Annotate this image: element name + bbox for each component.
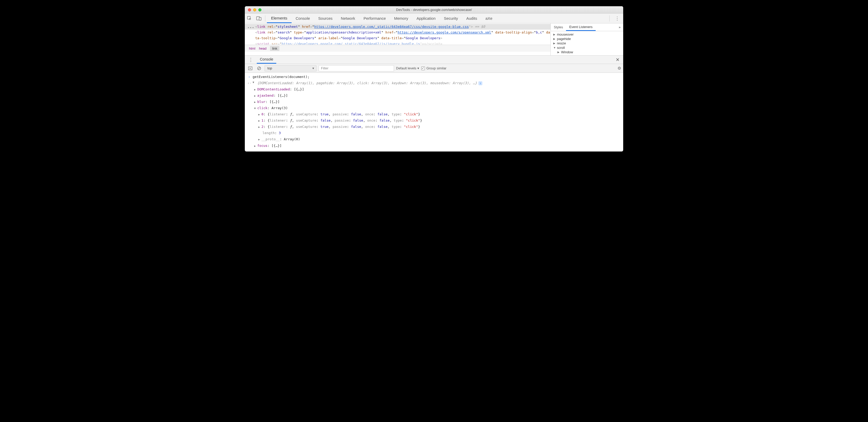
execution-context-select[interactable]: top xyxy=(265,65,316,71)
console-settings-icon[interactable]: ⚙ xyxy=(618,66,621,71)
tab-elements[interactable]: Elements xyxy=(267,13,291,23)
clear-console-icon[interactable] xyxy=(256,65,262,72)
event-scroll-window[interactable]: ▶Window xyxy=(551,50,623,54)
opensearch-url[interactable]: https://developers.google.com/s/opensear… xyxy=(398,30,491,34)
object-summary[interactable]: {DOMContentLoaded: Array(1), pagehide: A… xyxy=(257,80,482,86)
tab-axe[interactable]: aXe xyxy=(481,13,497,23)
tab-audits[interactable]: Audits xyxy=(462,13,481,23)
sidebar-tab-styles[interactable]: Styles xyxy=(551,23,566,31)
device-mode-icon[interactable] xyxy=(254,13,264,23)
console-input-text: getEventListeners(document); xyxy=(253,74,310,80)
sidebar-tab-event-listeners[interactable]: Event Listeners xyxy=(566,23,596,31)
console-input-line: › getEventListeners(document); xyxy=(247,74,621,80)
zoom-window-button[interactable] xyxy=(258,8,261,11)
titlebar: DevTools - developers.google.com/web/sho… xyxy=(245,6,623,13)
main-tabs-bar: Elements Console Sources Network Perform… xyxy=(245,13,623,23)
console-toolbar: top Filter Default levels ▾ Group simila… xyxy=(245,64,623,73)
click-length: length: 3 xyxy=(247,130,621,136)
dom-tree[interactable]: ••• <link rel="stylesheet" href="https:/… xyxy=(245,23,551,45)
show-console-sidebar-icon[interactable] xyxy=(247,65,254,72)
prop-click[interactable]: ▼click: Array(3) xyxy=(247,105,621,111)
inspect-element-icon[interactable] xyxy=(245,13,254,23)
stylesheet-url[interactable]: https://developers.google.com/_static/64… xyxy=(314,25,469,29)
crumb-head[interactable]: head xyxy=(259,46,267,51)
drawer-tab-console[interactable]: Console xyxy=(257,56,276,64)
event-pagehide[interactable]: ▶pagehide xyxy=(551,37,623,41)
click-proto[interactable]: ▶__proto__: Array(0) xyxy=(247,136,621,142)
dom-node-clipped[interactable]: <script src="https://developers.google.c… xyxy=(245,41,551,45)
breadcrumb: html head link xyxy=(245,45,551,52)
sidebar: Styles Event Listeners » ▶mouseover ▶pag… xyxy=(551,23,623,55)
minimize-window-button[interactable] xyxy=(253,8,256,11)
info-badge-icon[interactable]: i xyxy=(478,81,482,85)
crumb-link[interactable]: link xyxy=(270,46,279,51)
group-similar-toggle[interactable]: Group similar xyxy=(421,66,446,70)
elements-panel: ••• <link rel="stylesheet" href="https:/… xyxy=(245,23,623,56)
drawer-menu-icon[interactable]: ⋮ xyxy=(245,57,257,63)
main-menu-icon[interactable]: ⋮ xyxy=(611,15,623,21)
prompt-icon: › xyxy=(247,74,251,80)
event-mouseover[interactable]: ▶mouseover xyxy=(551,32,623,37)
prop-blur[interactable]: ▶blur: [{…}] xyxy=(247,99,621,105)
dom-node-selected[interactable]: <link rel="stylesheet" href="https://dev… xyxy=(245,24,551,30)
tab-security[interactable]: Security xyxy=(440,13,462,23)
console-body[interactable]: › getEventListeners(document); ‹· ▼ {DOM… xyxy=(245,73,623,152)
event-listener-list: ▶mouseover ▶pagehide ▶resize ▼scroll ▶Wi… xyxy=(551,31,623,55)
prop-domcontentloaded[interactable]: ▶DOMContentLoaded: [{…}] xyxy=(247,86,621,93)
window-traffic-lights xyxy=(245,8,261,11)
svg-rect-2 xyxy=(259,18,261,20)
event-resize[interactable]: ▶resize xyxy=(551,41,623,45)
tab-memory[interactable]: Memory xyxy=(390,13,412,23)
prop-ajaxsend[interactable]: ▶ajaxSend: [{…}] xyxy=(247,93,621,99)
dom-tree-column: ••• <link rel="stylesheet" href="https:/… xyxy=(245,23,551,55)
sidebar-more-icon[interactable]: » xyxy=(616,25,623,29)
crumb-html[interactable]: html xyxy=(249,46,255,51)
click-item-1[interactable]: ▶1: {listener: ƒ, useCapture: false, pas… xyxy=(247,118,621,124)
drawer-close-icon[interactable]: ✕ xyxy=(612,57,623,63)
prop-focus[interactable]: ▶focus: [{…}] xyxy=(247,143,621,149)
tab-application[interactable]: Application xyxy=(412,13,440,23)
click-item-0[interactable]: ▶0: {listener: ƒ, useCapture: true, pass… xyxy=(247,111,621,118)
collapsed-ellipsis-icon[interactable]: ••• xyxy=(247,25,254,31)
console-filter-input[interactable]: Filter xyxy=(319,65,394,71)
console-drawer-header: ⋮ Console ✕ xyxy=(245,56,623,64)
levels-label: Default levels ▾ xyxy=(396,66,419,70)
tab-console[interactable]: Console xyxy=(291,13,314,23)
dom-node[interactable]: <link rel="search" type="application/ope… xyxy=(245,30,551,41)
console-output-line: ‹· ▼ {DOMContentLoaded: Array(1), pagehi… xyxy=(247,80,621,86)
svg-line-5 xyxy=(258,67,260,69)
selected-node-marker: == $0 xyxy=(475,25,485,29)
event-scroll[interactable]: ▼scroll xyxy=(551,45,623,50)
filter-placeholder: Filter xyxy=(321,66,329,70)
close-window-button[interactable] xyxy=(248,8,251,11)
group-similar-label: Group similar xyxy=(427,66,446,70)
panel-tabs: Elements Console Sources Network Perform… xyxy=(267,13,497,23)
tab-sources[interactable]: Sources xyxy=(314,13,337,23)
tab-network[interactable]: Network xyxy=(337,13,360,23)
tab-performance[interactable]: Performance xyxy=(360,13,390,23)
click-item-2[interactable]: ▶2: {listener: ƒ, useCapture: true, pass… xyxy=(247,124,621,130)
devtools-window: DevTools - developers.google.com/web/sho… xyxy=(245,6,623,152)
window-title: DevTools - developers.google.com/web/sho… xyxy=(245,8,623,12)
expand-icon[interactable]: ▼ xyxy=(253,80,256,85)
log-levels-select[interactable]: Default levels ▾ xyxy=(396,66,419,70)
context-label: top xyxy=(268,66,272,70)
checkbox-icon[interactable] xyxy=(421,67,425,70)
sidebar-tabs: Styles Event Listeners » xyxy=(551,23,623,31)
output-icon: ‹· xyxy=(247,80,251,86)
